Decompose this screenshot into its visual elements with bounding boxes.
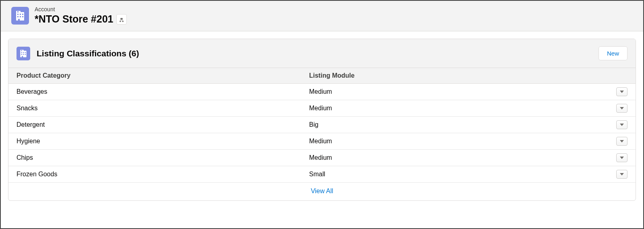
chevron-down-icon [620, 140, 624, 142]
chevron-down-icon [620, 124, 624, 126]
chevron-down-icon [620, 91, 624, 93]
chevron-down-icon [620, 107, 624, 109]
table-row: Frozen GoodsSmall [8, 166, 636, 183]
table-row: HygieneMedium [8, 133, 636, 150]
cell-listing-module[interactable]: Medium [309, 88, 607, 95]
col-header-listing-module[interactable]: Listing Module [309, 72, 607, 79]
cell-listing-module[interactable]: Big [309, 121, 607, 128]
row-actions-button[interactable] [616, 170, 627, 179]
listing-classifications-card: Listing Classifications (6) New Product … [8, 39, 636, 201]
hierarchy-icon [119, 17, 124, 22]
row-actions-button[interactable] [616, 120, 627, 129]
col-header-product-category[interactable]: Product Category [17, 72, 309, 79]
row-actions-button[interactable] [616, 87, 627, 96]
cell-product-category[interactable]: Detergent [17, 121, 309, 128]
cell-product-category[interactable]: Chips [17, 154, 309, 161]
object-label: Account [35, 6, 127, 13]
cell-listing-module[interactable]: Medium [309, 138, 607, 145]
table-row: BeveragesMedium [8, 84, 636, 100]
table-row: SnacksMedium [8, 100, 636, 117]
cell-product-category[interactable]: Snacks [17, 105, 309, 112]
row-actions-button[interactable] [616, 104, 627, 113]
table-header-row: Product Category Listing Module [8, 68, 636, 84]
record-title: *NTO Store #201 [35, 13, 113, 25]
table-row: DetergentBig [8, 117, 636, 133]
hierarchy-button[interactable] [116, 14, 127, 25]
related-list-title[interactable]: Listing Classifications (6) [37, 49, 592, 58]
cell-product-category[interactable]: Hygiene [17, 138, 309, 145]
cell-product-category[interactable]: Beverages [17, 88, 309, 95]
new-button[interactable]: New [599, 46, 627, 60]
row-actions-button[interactable] [616, 137, 627, 146]
cell-listing-module[interactable]: Medium [309, 105, 607, 112]
account-icon [11, 7, 29, 25]
view-all-link[interactable]: View All [311, 188, 333, 194]
record-header: Account *NTO Store #201 [1, 1, 643, 31]
chevron-down-icon [620, 157, 624, 159]
table-row: ChipsMedium [8, 150, 636, 166]
cell-listing-module[interactable]: Medium [309, 154, 607, 161]
cell-listing-module[interactable]: Small [309, 171, 607, 178]
chevron-down-icon [620, 173, 624, 175]
listing-classifications-icon [17, 47, 30, 60]
cell-product-category[interactable]: Frozen Goods [17, 171, 309, 178]
row-actions-button[interactable] [616, 153, 627, 162]
